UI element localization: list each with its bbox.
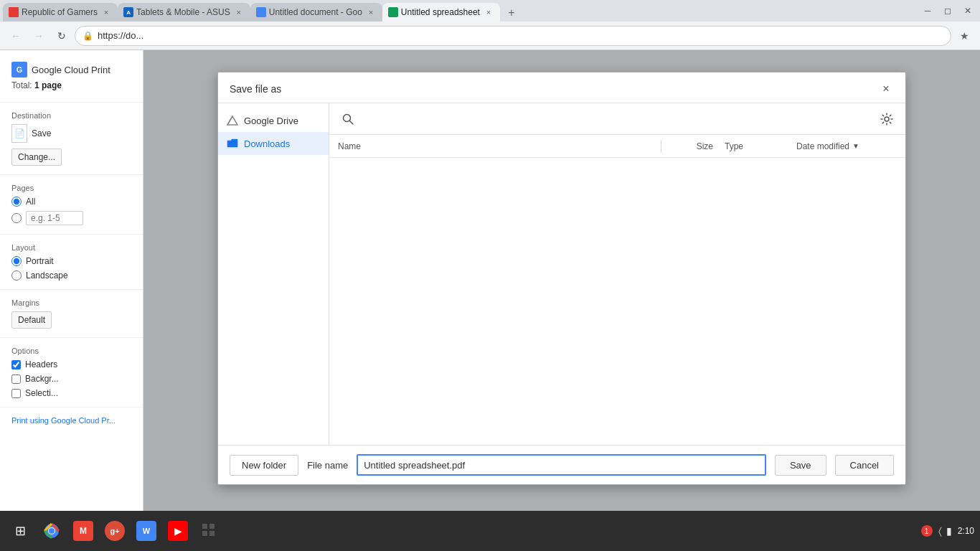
minimize-button[interactable]: ─ (918, 3, 937, 19)
destination-name: Save (32, 128, 51, 138)
address-bar[interactable]: 🔒 https://do... (75, 26, 951, 46)
selection-checkbox[interactable] (11, 389, 21, 398)
bookmark-button[interactable]: ★ (954, 26, 974, 46)
background-checkbox[interactable] (11, 375, 21, 384)
tab-docs-title: Untitled document - Goo (269, 7, 362, 17)
tab-sheets-close-icon[interactable]: × (483, 6, 494, 18)
save-button[interactable]: Save (775, 455, 826, 476)
docs-favicon-icon (256, 7, 266, 17)
options-checkboxes: Headers Backgr... Selecti... (11, 359, 131, 398)
taskbar-docs-button[interactable]: W (132, 517, 161, 545)
tab-asus-close-icon[interactable]: × (233, 6, 245, 18)
dialog-close-button[interactable]: × (878, 81, 894, 97)
selection-option[interactable]: Selecti... (11, 388, 131, 398)
new-folder-button[interactable]: New folder (230, 455, 298, 476)
taskbar: ⊞ M g+ W ▶ (0, 511, 980, 551)
portrait-radio[interactable] (11, 256, 22, 266)
page-icon: 📄 (14, 128, 25, 138)
change-button[interactable]: Change... (11, 149, 62, 166)
taskbar-clock: 2:10 (958, 525, 974, 537)
headers-option[interactable]: Headers (11, 359, 131, 369)
portrait-option[interactable]: Portrait (11, 256, 131, 266)
print-total: Total: 1 page (11, 80, 131, 90)
downloads-folder-icon (227, 138, 238, 149)
column-date-header[interactable]: Date modified ▼ (796, 141, 897, 151)
print-pages-section: Pages All (0, 175, 143, 235)
forward-button[interactable]: → (29, 26, 49, 46)
print-brand: G Google Cloud Print (11, 62, 131, 77)
lock-icon: 🔒 (83, 31, 93, 41)
filename-input[interactable] (357, 454, 766, 476)
pages-radio-group: All (11, 197, 131, 225)
page-content: G Google Cloud Print Total: 1 page Desti… (0, 50, 980, 511)
tab-sheets[interactable]: Untitled spreadsheet × (382, 3, 500, 22)
sidebar-item-downloads-label: Downloads (244, 138, 290, 149)
cancel-button[interactable]: Cancel (835, 455, 894, 476)
reload-button[interactable]: ↻ (52, 26, 72, 46)
pages-all-radio[interactable] (11, 197, 22, 207)
taskbar-chrome-button[interactable] (37, 517, 66, 545)
search-button[interactable] (338, 109, 358, 129)
landscape-option[interactable]: Landscape (11, 270, 131, 281)
new-tab-button[interactable]: + (503, 4, 520, 22)
landscape-label: Landscape (26, 270, 68, 281)
headers-checkbox[interactable] (11, 360, 21, 369)
pages-label: Pages (11, 184, 131, 192)
tab-rog-close-icon[interactable]: × (100, 6, 112, 18)
tab-asus-title: Tablets & Mobile - ASUS (136, 7, 230, 17)
start-icon: ⊞ (15, 523, 26, 539)
background-label: Backgr... (25, 374, 59, 384)
destination-label: Destination (11, 111, 131, 120)
tab-rog[interactable]: Republic of Gamers × (3, 3, 118, 22)
column-divider (661, 140, 661, 153)
svg-line-1 (227, 116, 232, 125)
back-button[interactable]: ← (6, 26, 26, 46)
file-list-content (329, 158, 905, 445)
save-file-dialog: Save file as × Google Dr (217, 72, 906, 485)
landscape-radio[interactable] (11, 270, 22, 281)
portrait-label: Portrait (26, 256, 54, 266)
margins-button[interactable]: Default (11, 311, 52, 329)
tab-docs-close-icon[interactable]: × (365, 6, 377, 18)
settings-button[interactable] (877, 109, 897, 129)
taskbar-youtube-button[interactable]: ▶ (164, 517, 192, 545)
pages-custom-radio[interactable] (11, 213, 22, 223)
svg-line-3 (350, 121, 354, 124)
print-destination: 📄 Save (11, 124, 131, 143)
print-destination-section: Destination 📄 Save Change... (0, 103, 143, 175)
file-list-header: Name Size Type Date modified ▼ (329, 135, 905, 158)
title-bar: Republic of Gamers × A Tablets & Mobile … (0, 0, 980, 22)
pages-custom-input[interactable] (26, 211, 83, 225)
taskbar-gplus-button[interactable]: g+ (100, 517, 129, 545)
maximize-button[interactable]: ◻ (938, 3, 957, 19)
print-brand-label: Google Cloud Print (32, 65, 110, 75)
system-icons: 〈 ▮ (938, 525, 952, 537)
spreadsheet-area: Save file as × Google Dr (143, 50, 980, 511)
google-cloud-print-icon: G (11, 62, 27, 77)
pages-custom-option[interactable] (11, 211, 131, 225)
notification-badge: 1 (921, 525, 933, 537)
taskbar-apps-button[interactable] (195, 517, 224, 545)
dialog-main: Name Size Type Date modified ▼ (329, 103, 905, 445)
dialog-sidebar: Google Drive Downloads (218, 103, 329, 445)
svg-rect-10 (202, 531, 207, 536)
sidebar-item-downloads[interactable]: Downloads (218, 132, 329, 155)
print-panel: G Google Cloud Print Total: 1 page Desti… (0, 50, 143, 511)
tab-asus[interactable]: A Tablets & Mobile - ASUS × (118, 3, 250, 22)
close-button[interactable]: ✕ (958, 3, 977, 19)
print-margins-section: Margins Default (0, 290, 143, 338)
tab-docs[interactable]: Untitled document - Goo × (250, 3, 382, 22)
taskbar-start-button[interactable]: ⊞ (6, 517, 34, 545)
total-label: Total: (11, 80, 32, 90)
total-value: 1 page (34, 80, 62, 90)
sheets-favicon-icon (388, 7, 398, 17)
print-footer-link[interactable]: Print using Google Cloud Pr... (0, 408, 143, 433)
gplus-icon: g+ (105, 521, 125, 541)
background-option[interactable]: Backgr... (11, 374, 131, 384)
dialog-main-toolbar (329, 103, 905, 135)
pages-all-option[interactable]: All (11, 197, 131, 207)
sidebar-item-google-drive[interactable]: Google Drive (218, 109, 329, 132)
apps-icon (199, 521, 220, 541)
taskbar-gmail-button[interactable]: M (69, 517, 98, 545)
svg-rect-8 (202, 524, 207, 529)
